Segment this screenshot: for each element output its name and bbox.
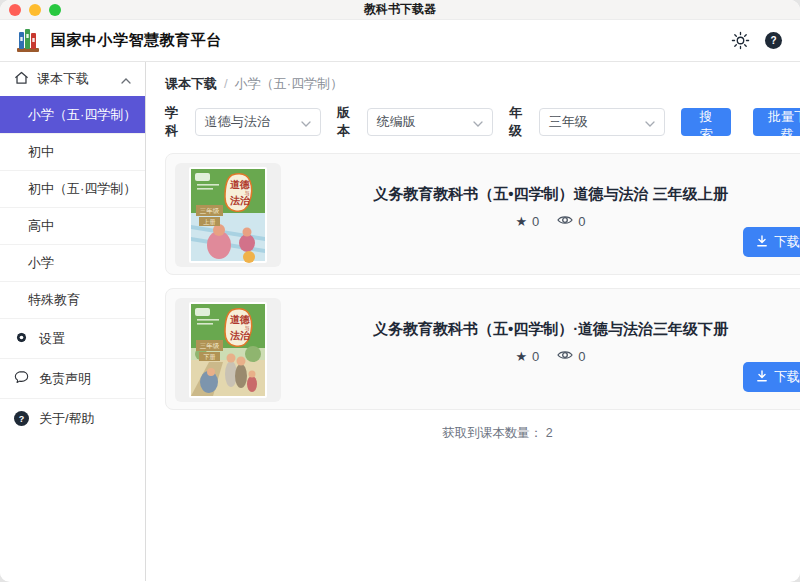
chevron-down-icon (301, 115, 311, 130)
view-count: 0 (578, 349, 585, 364)
sidebar-item-junior[interactable]: 初中 (0, 133, 145, 170)
star-count: 0 (532, 214, 539, 229)
edition-select[interactable]: 统编版 (367, 108, 493, 136)
svg-text:三年级: 三年级 (200, 342, 220, 349)
sidebar-item-senior[interactable]: 高中 (0, 207, 145, 244)
book-card: 道德 与 法治 三年级 上册 义务教育教科书（五•四学制）道德与法治 三年级上册 (165, 153, 800, 275)
eye-icon (557, 214, 573, 229)
star-stat: ★ 0 (515, 214, 539, 229)
filter-bar: 学科 道德与法治 版本 统编版 年级 三年级 (165, 104, 800, 140)
chevron-down-icon (645, 115, 655, 130)
sidebar-item-settings[interactable]: 设置 (0, 318, 145, 358)
theme-toggle-sun-icon[interactable] (730, 31, 750, 51)
speech-bubble-icon (14, 370, 29, 387)
sidebar-item-special-education[interactable]: 特殊教育 (0, 281, 145, 318)
sidebar-item-label: 小学（五·四学制） (28, 106, 136, 124)
subject-label: 学科 (165, 104, 187, 140)
sidebar-item-label: 高中 (28, 217, 54, 235)
result-count-text: 获取到课本数量： 2 (165, 425, 800, 442)
book-title: 义务教育教科书（五•四学制）道德与法治 三年级上册 (373, 185, 727, 204)
download-button[interactable]: 下载 (743, 227, 800, 257)
sidebar-section-textbook-download[interactable]: 课本下载 (0, 62, 145, 96)
grade-select[interactable]: 三年级 (539, 108, 665, 136)
grade-label: 年级 (509, 104, 531, 140)
book-cover-image: 道德 与 法治 三年级 下册 (189, 302, 267, 398)
download-icon (756, 235, 768, 250)
book-stats: ★ 0 0 (515, 349, 585, 364)
sidebar-item-label: 特殊教育 (28, 291, 80, 309)
book-cover-thumbnail: 道德 与 法治 三年级 上册 (175, 163, 281, 267)
book-cover-image: 道德 与 法治 三年级 上册 (189, 167, 267, 263)
svg-text:下册: 下册 (204, 354, 216, 361)
view-count: 0 (578, 214, 585, 229)
book-title: 义务教育教科书（五•四学制）·道德与法治三年级下册 (373, 320, 728, 339)
app-window: 教科书下载器 国家中小学智慧教育平台 (0, 0, 800, 582)
sidebar-item-label: 关于/帮助 (39, 410, 95, 428)
breadcrumb-current: 小学（五·四学制） (235, 76, 343, 91)
books-logo-icon (14, 28, 42, 54)
sidebar-section-label: 课本下载 (37, 70, 89, 88)
titlebar: 教科书下载器 (0, 0, 800, 20)
breadcrumb-separator: / (224, 76, 228, 91)
sidebar: 课本下载 小学（五·四学制） 初中 初中（五·四学制） 高中 小学 特殊教育 (0, 62, 146, 581)
question-circle-icon: ? (14, 411, 29, 426)
star-icon: ★ (515, 214, 527, 229)
svg-text:法治: 法治 (229, 195, 251, 206)
search-button[interactable]: 搜索 (681, 108, 731, 136)
subject-select-value: 道德与法治 (205, 113, 270, 131)
home-icon (14, 71, 29, 88)
view-stat: 0 (557, 214, 585, 229)
book-cover-thumbnail: 道德 与 法治 三年级 下册 (175, 298, 281, 402)
main-content: 课本下载/小学（五·四学制） 学科 道德与法治 版本 统编版 年级 (146, 62, 800, 581)
batch-download-button[interactable]: 批量下载 (753, 108, 800, 136)
subject-select[interactable]: 道德与法治 (195, 108, 321, 136)
eye-icon (557, 349, 573, 364)
sidebar-item-primary-5-4[interactable]: 小学（五·四学制） (0, 96, 145, 133)
sidebar-item-label: 初中（五·四学制） (28, 180, 136, 198)
svg-text:三年级: 三年级 (200, 207, 220, 214)
svg-text:道德: 道德 (230, 314, 250, 325)
chevron-up-icon (121, 72, 131, 87)
chevron-down-icon (473, 115, 483, 130)
sidebar-item-label: 设置 (39, 330, 65, 348)
download-icon (756, 370, 768, 385)
download-button-label: 下载 (774, 368, 800, 386)
book-stats: ★ 0 0 (515, 214, 585, 229)
breadcrumb-root[interactable]: 课本下载 (165, 76, 217, 91)
svg-text:上册: 上册 (203, 219, 216, 226)
star-stat: ★ 0 (515, 349, 539, 364)
download-button-label: 下载 (774, 233, 800, 251)
sidebar-item-primary[interactable]: 小学 (0, 244, 145, 281)
grade-select-value: 三年级 (549, 113, 588, 131)
help-icon[interactable]: ? (765, 32, 782, 49)
sidebar-item-about-help[interactable]: ? 关于/帮助 (0, 398, 145, 438)
sidebar-item-label: 初中 (28, 143, 54, 161)
download-button[interactable]: 下载 (743, 362, 800, 392)
gear-icon (14, 330, 29, 348)
app-title: 国家中小学智慧教育平台 (51, 31, 222, 50)
app-header: 国家中小学智慧教育平台 ? (0, 20, 800, 62)
star-icon: ★ (515, 349, 527, 364)
star-count: 0 (532, 349, 539, 364)
sidebar-item-label: 小学 (28, 254, 54, 272)
sidebar-item-label: 免责声明 (39, 370, 91, 388)
sidebar-item-junior-5-4[interactable]: 初中（五·四学制） (0, 170, 145, 207)
svg-text:法治: 法治 (229, 330, 251, 341)
book-card: 道德 与 法治 三年级 下册 义务教育教科书（五•四学制）·道德与法治三年级下册 (165, 288, 800, 410)
sidebar-item-disclaimer[interactable]: 免责声明 (0, 358, 145, 398)
svg-text:道德: 道德 (230, 179, 250, 190)
edition-select-value: 统编版 (377, 113, 416, 131)
breadcrumb: 课本下载/小学（五·四学制） (165, 75, 800, 93)
view-stat: 0 (557, 349, 585, 364)
window-title: 教科书下载器 (0, 1, 800, 18)
edition-label: 版本 (337, 104, 359, 140)
